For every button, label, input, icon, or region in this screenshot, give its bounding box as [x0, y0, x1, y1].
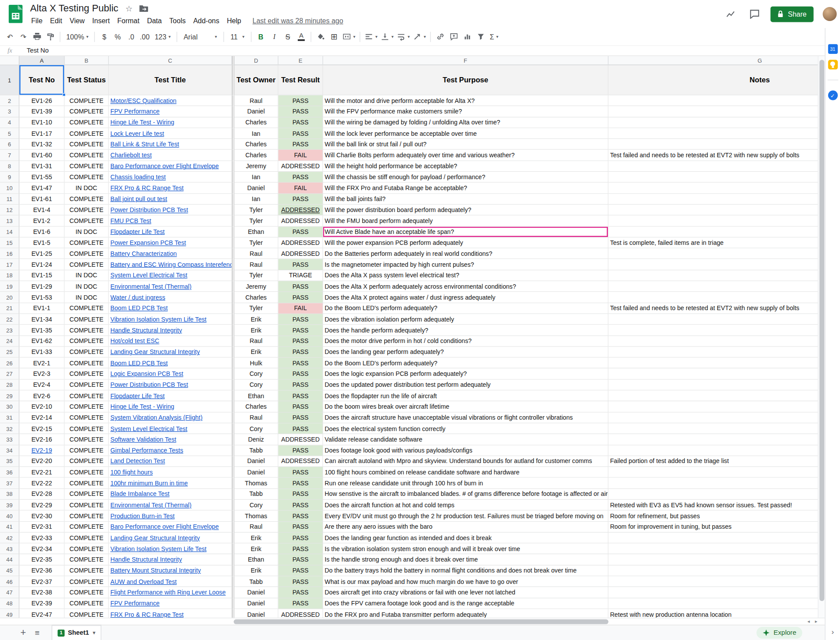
cell-C20[interactable]: Water / dust ingress — [109, 292, 232, 303]
comment-history-icon[interactable] — [748, 7, 762, 21]
cell-B31[interactable]: COMPLETE — [65, 412, 109, 423]
column-header-A[interactable]: A — [19, 56, 64, 65]
cell-A27[interactable]: EV2-3 — [19, 368, 64, 379]
cell-G12[interactable] — [608, 205, 818, 216]
cell-B46[interactable]: COMPLETE — [65, 576, 109, 587]
cell-C25[interactable]: Landing Gear Structural Integrity — [109, 347, 232, 358]
cell-D41[interactable]: Raul — [234, 522, 279, 533]
cell-D29[interactable]: Ethan — [234, 390, 279, 401]
cell-G15[interactable]: Test is complete, failed items are in tr… — [608, 237, 818, 248]
row-number[interactable]: 38 — [0, 489, 19, 500]
cell-F45[interactable]: Do the battery trays hold the battery in… — [323, 566, 609, 576]
cell-C14[interactable]: Flopdapter Life Test — [109, 226, 232, 237]
fill-handle[interactable] — [63, 93, 66, 96]
cell-E19[interactable]: PASS — [279, 281, 323, 292]
redo-button[interactable]: ↷ — [17, 30, 30, 43]
scroll-left-icon[interactable]: ◂ — [807, 618, 810, 625]
cell-A48[interactable]: EV2-39 — [19, 598, 64, 609]
paint-format-button[interactable] — [44, 30, 57, 43]
row-number[interactable]: 18 — [0, 270, 19, 281]
star-icon[interactable]: ☆ — [125, 4, 133, 13]
cell-D23[interactable]: Erik — [234, 325, 279, 336]
cell-C32[interactable]: System Level Electrical Test — [109, 423, 232, 434]
cell-E47[interactable]: PASS — [279, 587, 323, 598]
cell-B8[interactable]: COMPLETE — [65, 161, 109, 172]
menu-data[interactable]: Data — [143, 16, 166, 24]
cell-B24[interactable]: COMPLETE — [65, 336, 109, 347]
cell-C6[interactable]: Ball Link & Strut Life Test — [109, 139, 232, 150]
cell-B25[interactable]: COMPLETE — [65, 347, 109, 358]
cell-D25[interactable]: Erik — [234, 347, 279, 358]
cell-G2[interactable] — [608, 95, 818, 106]
cell-E30[interactable]: PASS — [279, 401, 323, 412]
cell-G9[interactable] — [608, 172, 818, 183]
cell-A22[interactable]: EV1-34 — [19, 314, 64, 325]
cell-A33[interactable]: EV2-16 — [19, 434, 64, 445]
cell-G36[interactable] — [608, 467, 818, 478]
cell-G34[interactable] — [608, 445, 818, 456]
cell-A5[interactable]: EV1-17 — [19, 128, 64, 139]
cell-D7[interactable]: Charles — [234, 150, 279, 161]
cell-D10[interactable]: Daniel — [234, 183, 279, 194]
cell-B48[interactable]: COMPLETE — [65, 598, 109, 609]
cell-C26[interactable]: Boom LED PCB Test — [109, 357, 232, 368]
row-number[interactable]: 46 — [0, 576, 19, 587]
cell-A40[interactable]: EV2-30 — [19, 511, 64, 522]
row-number[interactable]: 48 — [0, 598, 19, 609]
cell-C48[interactable]: FPV Performance — [109, 598, 232, 609]
cell-C36[interactable]: 100 flight hours — [109, 467, 232, 478]
cell-D32[interactable]: Cory — [234, 423, 279, 434]
cell-C5[interactable]: Lock Lever Life test — [109, 128, 232, 139]
cell-C9[interactable]: Chassis loading test — [109, 172, 232, 183]
horizontal-align-button[interactable]: ▾ — [363, 30, 379, 43]
row-number[interactable]: 40 — [0, 511, 19, 522]
cell-G16[interactable] — [608, 248, 818, 259]
cell-A2[interactable]: EV1-26 — [19, 95, 64, 106]
cell-D27[interactable]: Cory — [234, 368, 279, 379]
row-number[interactable]: 47 — [0, 587, 19, 598]
row-number[interactable]: 10 — [0, 183, 19, 194]
cell-C2[interactable]: Motor/ESC Qualification — [109, 95, 232, 106]
move-folder-icon[interactable] — [139, 4, 148, 12]
cell-A30[interactable]: EV2-10 — [19, 401, 64, 412]
cell-C15[interactable]: Power Expansion PCB Test — [109, 237, 232, 248]
cell-G35[interactable]: Failed portion of test added to the tria… — [608, 456, 818, 467]
cell-F40[interactable]: Every EV/DV unit must go through the 2 h… — [323, 511, 609, 522]
cell-C47[interactable]: Flight Performance with Ring Lever Loose — [109, 587, 232, 598]
cell-F17[interactable]: Is the magnetometer impacted by high cur… — [323, 259, 609, 270]
cell-A45[interactable]: EV2-36 — [19, 566, 64, 576]
cell-A49[interactable]: EV2-47 — [19, 609, 64, 618]
cell-F32[interactable]: Does the electrical system function corr… — [323, 423, 609, 434]
cell-D19[interactable]: Jeremy — [234, 281, 279, 292]
cell-C8[interactable]: Baro Performance over Flight Envelope — [109, 161, 232, 172]
cell-E28[interactable]: PASS — [279, 379, 323, 390]
row-number[interactable]: 2 — [0, 95, 19, 106]
insert-comment-button[interactable] — [447, 30, 460, 43]
cell-F31[interactable]: Does the aircraft structure have unaccep… — [323, 412, 609, 423]
cell-A35[interactable]: EV2-20 — [19, 456, 64, 467]
cell-D28[interactable]: Cory — [234, 379, 279, 390]
menu-addons[interactable]: Add-ons — [190, 16, 223, 24]
cell-B36[interactable]: COMPLETE — [65, 467, 109, 478]
cell-D5[interactable]: Ian — [234, 128, 279, 139]
cell-E33[interactable]: ADDRESSED — [279, 434, 323, 445]
cell-C43[interactable]: Vibration Isolation System Life Test — [109, 544, 232, 555]
row-number[interactable]: 5 — [0, 128, 19, 139]
cell-D30[interactable]: Charles — [234, 401, 279, 412]
cell-F14[interactable]: Will Active Blade have an acceptable lif… — [323, 226, 609, 237]
cell-A16[interactable]: EV1-25 — [19, 248, 64, 259]
cell-B11[interactable]: COMPLETE — [65, 194, 109, 205]
cell-A3[interactable]: EV1-39 — [19, 106, 64, 117]
cell-G30[interactable] — [608, 401, 818, 412]
keep-icon[interactable] — [828, 60, 837, 69]
cell-E2[interactable]: PASS — [279, 95, 323, 106]
cell-E43[interactable]: PASS — [279, 544, 323, 555]
row-number[interactable]: 44 — [0, 555, 19, 566]
row-number[interactable]: 11 — [0, 194, 19, 205]
cell-G13[interactable] — [608, 216, 818, 226]
cell-G19[interactable] — [608, 281, 818, 292]
cell-B38[interactable]: COMPLETE — [65, 489, 109, 500]
cell-G11[interactable] — [608, 194, 818, 205]
cell-E25[interactable]: PASS — [279, 347, 323, 358]
cell-E6[interactable]: PASS — [279, 139, 323, 150]
